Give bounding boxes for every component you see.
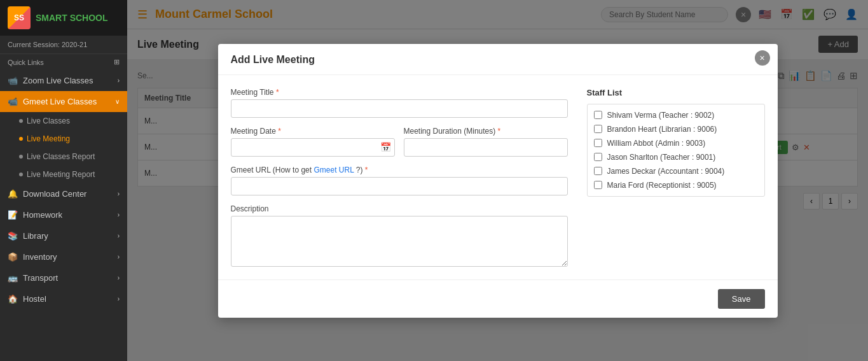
sidebar-sub-label: Live Meeting xyxy=(27,134,70,143)
sidebar-item-transport[interactable]: 🚌 Transport › xyxy=(0,267,127,288)
modal-close-button[interactable]: × xyxy=(755,50,770,66)
sidebar-item-inventory[interactable]: 📦 Inventory › xyxy=(0,246,127,267)
staff-checkbox-4[interactable] xyxy=(594,153,602,161)
staff-item-3: William Abbot (Admin : 9003) xyxy=(594,139,758,148)
sidebar-sub-item-live-meeting-report[interactable]: Live Meeting Report xyxy=(0,166,127,183)
sidebar-sub-item-live-classes[interactable]: Live Classes xyxy=(0,112,127,130)
quick-links: Quick Links ⊞ xyxy=(0,54,127,70)
staff-name-3: William Abbot (Admin : 9003) xyxy=(607,139,706,148)
required-star: * xyxy=(278,127,281,136)
sidebar-sub-label: Live Classes Report xyxy=(27,152,95,161)
sidebar-item-label: Homework xyxy=(23,210,62,220)
bullet-icon xyxy=(19,119,23,123)
chevron-right-icon: › xyxy=(118,232,120,239)
chevron-right-icon: › xyxy=(118,211,120,218)
meeting-date-input[interactable] xyxy=(231,138,395,157)
chevron-right-icon: › xyxy=(118,253,120,260)
sidebar-item-homework[interactable]: 📝 Homework › xyxy=(0,204,127,225)
sidebar-item-label: Inventory xyxy=(23,252,57,262)
gmeet-url-input[interactable] xyxy=(231,177,568,195)
chevron-down-icon: ∨ xyxy=(115,98,120,105)
sidebar: SS SMART SCHOOL Current Session: 2020-21… xyxy=(0,0,127,361)
gmeet-url-group: Gmeet URL (How to get Gmeet URL ?) * xyxy=(231,166,568,195)
staff-checkbox-3[interactable] xyxy=(594,139,602,147)
modal-footer: Save xyxy=(218,280,778,318)
gmeet-url-label: Gmeet URL (How to get Gmeet URL ?) * xyxy=(231,166,568,174)
staff-item-5: James Deckar (Accountant : 9004) xyxy=(594,167,758,176)
staff-name-2: Brandon Heart (Librarian : 9006) xyxy=(607,125,717,134)
description-input[interactable] xyxy=(231,216,568,267)
bullet-icon xyxy=(19,173,23,176)
video-icon: 📹 xyxy=(8,97,18,106)
bell-icon: 🔔 xyxy=(8,189,18,199)
meeting-duration-label: Meeting Duration (Minutes) * xyxy=(404,127,568,136)
staff-item-2: Brandon Heart (Librarian : 9006) xyxy=(594,125,758,134)
required-star: * xyxy=(365,166,368,174)
video-icon: 📹 xyxy=(8,76,18,85)
date-duration-row: Meeting Date * 📅 Meeting Duration (Minut… xyxy=(231,127,568,157)
chevron-right-icon: › xyxy=(118,274,120,281)
sidebar-sub-item-live-classes-report[interactable]: Live Classes Report xyxy=(0,148,127,166)
staff-checkbox-2[interactable] xyxy=(594,125,602,133)
session-label: Current Session: 2020-21 xyxy=(0,36,127,54)
bullet-icon xyxy=(19,155,23,159)
sidebar-item-label: Library xyxy=(23,231,48,241)
meeting-duration-group: Meeting Duration (Minutes) * xyxy=(404,127,568,157)
sidebar-item-label: Hostel xyxy=(23,294,46,304)
staff-item-6: Maria Ford (Receptionist : 9005) xyxy=(594,181,758,190)
meeting-date-group: Meeting Date * 📅 xyxy=(231,127,395,157)
sidebar-item-label: Transport xyxy=(23,273,58,283)
staff-name-6: Maria Ford (Receptionist : 9005) xyxy=(607,181,717,190)
required-star: * xyxy=(276,88,279,97)
sidebar-item-zoom-live-classes[interactable]: 📹 Zoom Live Classes › xyxy=(0,70,127,91)
sidebar-sub-label: Live Classes xyxy=(27,117,70,125)
library-icon: 📚 xyxy=(8,231,18,241)
sidebar-item-library[interactable]: 📚 Library › xyxy=(0,225,127,246)
add-live-meeting-modal: Add Live Meeting × Meeting Title * xyxy=(218,44,778,318)
app-logo-text: SMART SCHOOL xyxy=(36,13,108,23)
required-star: * xyxy=(498,127,501,136)
chevron-right-icon: › xyxy=(118,77,120,84)
sidebar-item-download-center[interactable]: 🔔 Download Center › xyxy=(0,183,127,204)
main-content: ☰ Mount Carmel School × 🇺🇸 📅 ✅ 💬 👤 Live … xyxy=(127,0,868,361)
staff-checkbox-5[interactable] xyxy=(594,167,602,175)
staff-item-4: Jason Sharlton (Teacher : 9001) xyxy=(594,153,758,162)
description-group: Description xyxy=(231,204,568,267)
sidebar-item-label: Zoom Live Classes xyxy=(23,76,93,85)
sidebar-item-gmeet-live-classes[interactable]: 📹 Gmeet Live Classes ∨ xyxy=(0,91,127,112)
chevron-right-icon: › xyxy=(118,295,120,302)
date-input-wrapper: 📅 xyxy=(231,138,395,157)
transport-icon: 🚌 xyxy=(8,273,18,283)
sidebar-sub-item-live-meeting[interactable]: Live Meeting xyxy=(0,130,127,148)
modal-body: Meeting Title * Meeting Date * xyxy=(218,75,778,280)
staff-checkbox-6[interactable] xyxy=(594,181,602,189)
save-button[interactable]: Save xyxy=(718,289,765,309)
sidebar-item-hostel[interactable]: 🏠 Hostel › xyxy=(0,288,127,309)
modal-title: Add Live Meeting xyxy=(218,44,778,75)
staff-checkbox-1[interactable] xyxy=(594,111,602,119)
staff-list-title: Staff List xyxy=(587,88,765,97)
staff-name-4: Jason Sharlton (Teacher : 9001) xyxy=(607,153,716,162)
sidebar-item-label: Download Center xyxy=(23,189,86,199)
sidebar-item-label: Gmeet Live Classes xyxy=(23,97,97,106)
staff-list-section: Staff List Shivam Verma (Teacher : 9002)… xyxy=(587,88,765,267)
hostel-icon: 🏠 xyxy=(8,294,18,304)
bullet-icon xyxy=(19,137,23,141)
gmeet-url-link[interactable]: Gmeet URL xyxy=(313,166,354,174)
staff-list-box: Shivam Verma (Teacher : 9002) Brandon He… xyxy=(587,104,765,197)
meeting-title-input[interactable] xyxy=(231,99,568,118)
calendar-picker-icon[interactable]: 📅 xyxy=(380,142,391,152)
meeting-duration-input[interactable] xyxy=(404,138,568,157)
inventory-icon: 📦 xyxy=(8,252,18,262)
description-label: Description xyxy=(231,204,568,213)
chevron-right-icon: › xyxy=(118,190,120,197)
app-logo-icon: SS xyxy=(8,6,31,29)
sidebar-logo: SS SMART SCHOOL xyxy=(0,0,127,36)
staff-item-1: Shivam Verma (Teacher : 9002) xyxy=(594,111,758,120)
meeting-date-label: Meeting Date * xyxy=(231,127,395,136)
sidebar-sub-label: Live Meeting Report xyxy=(27,170,95,179)
staff-name-1: Shivam Verma (Teacher : 9002) xyxy=(607,111,715,120)
modal-overlay: Add Live Meeting × Meeting Title * xyxy=(127,0,868,361)
homework-icon: 📝 xyxy=(8,210,18,220)
modal-form: Meeting Title * Meeting Date * xyxy=(231,88,568,267)
